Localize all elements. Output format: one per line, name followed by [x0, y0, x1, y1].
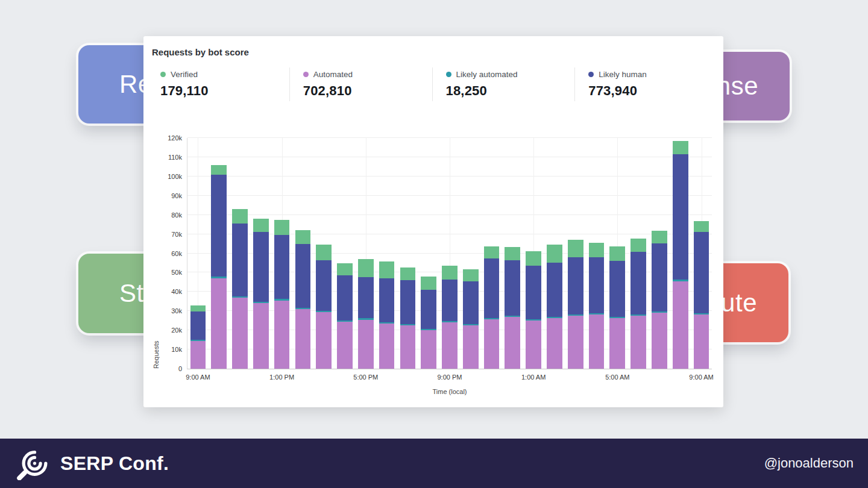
bar-segment-automated	[316, 312, 332, 369]
stacked-bar	[694, 138, 709, 369]
bar-segment-likely-human	[652, 243, 667, 311]
legend-label: Automated	[313, 70, 353, 79]
y-tick-label: 100k	[168, 173, 182, 180]
bar-segment-verified	[652, 231, 667, 243]
bar-segment-likely-human	[589, 257, 605, 313]
stacked-bar	[652, 138, 667, 369]
legend-item-verified[interactable]: Verified 179,110	[149, 67, 289, 101]
brand-text: SERP Conf.	[60, 452, 169, 475]
x-tick-label: 9:00 PM	[437, 374, 462, 381]
bar-segment-likely-human	[337, 275, 353, 320]
legend-value: 179,110	[160, 83, 289, 99]
bar-segment-automated	[505, 317, 520, 369]
bar-segment-likely-human	[379, 278, 395, 322]
bar-slot	[460, 138, 481, 369]
bar-segment-likely-human	[631, 252, 646, 314]
stacked-bar	[589, 138, 605, 369]
bar-segment-likely-human	[190, 311, 206, 340]
analytics-panel: Requests by bot score Verified 179,110 A…	[143, 36, 723, 407]
bar-segment-automated	[568, 316, 583, 369]
bar-segment-automated	[421, 330, 436, 369]
bar-segment-automated	[463, 325, 479, 369]
bar-segment-verified	[442, 266, 458, 280]
y-tick-label: 120k	[168, 134, 182, 142]
bar-slot	[335, 138, 356, 369]
bar-segment-automated	[526, 321, 541, 369]
legend-value: 702,810	[303, 83, 432, 99]
y-tick-label: 40k	[171, 288, 182, 295]
bar-segment-likely-human	[609, 261, 625, 317]
bar-segment-automated	[484, 319, 500, 369]
stacked-bar	[547, 138, 562, 369]
bar-slot	[544, 138, 565, 369]
plot-area: Requests Time (local) 010k20k30k40k50k60…	[187, 138, 712, 369]
x-tick-label: 1:00 PM	[269, 374, 294, 381]
stacked-bar	[673, 138, 688, 369]
bar-slot: 1:00 AM	[523, 138, 544, 369]
stacked-bar	[463, 138, 479, 369]
bar-segment-verified	[526, 251, 541, 266]
legend: Verified 179,110 Automated 702,810 Likel…	[149, 67, 717, 101]
bar-segment-likely-human	[295, 244, 311, 308]
deco-card-green-text: St	[78, 279, 144, 308]
bar-segment-automated	[190, 341, 206, 369]
stacked-bar	[631, 138, 646, 369]
stacked-bar	[358, 138, 374, 369]
stacked-bar	[190, 138, 206, 369]
likely-automated-dot-icon	[446, 72, 451, 77]
bar-segment-verified	[211, 165, 227, 175]
y-tick-label: 110k	[168, 154, 182, 161]
y-axis-title: Requests	[153, 138, 160, 369]
bar-segment-verified	[568, 240, 583, 257]
bar-segment-verified	[274, 220, 290, 236]
legend-item-likely-human[interactable]: Likely human 773,940	[574, 67, 717, 101]
bar-segment-likely-human	[400, 280, 416, 324]
legend-value: 18,250	[446, 83, 575, 99]
bar-segment-verified	[232, 209, 248, 224]
stacked-bar	[568, 138, 583, 369]
bar-segment-likely-human	[316, 260, 332, 311]
bar-segment-likely-human	[274, 235, 290, 299]
y-tick-label: 60k	[171, 250, 182, 257]
verified-dot-icon	[160, 72, 166, 77]
stacked-bar	[442, 138, 458, 369]
bar-segment-likely-human	[505, 260, 520, 316]
bar-segment-likely-human	[442, 280, 458, 322]
bar-segment-likely-human	[463, 281, 479, 324]
bar-segment-verified	[253, 219, 269, 232]
legend-value: 773,940	[588, 83, 717, 99]
y-tick-label: 0	[178, 365, 182, 372]
legend-item-likely-automated[interactable]: Likely automated 18,250	[432, 67, 575, 101]
automated-dot-icon	[303, 72, 309, 77]
bar-segment-verified	[400, 267, 416, 280]
stacked-bar	[609, 138, 625, 369]
stacked-bar	[505, 138, 520, 369]
bar-segment-verified	[484, 246, 500, 258]
bar-slot	[649, 138, 670, 369]
bars-container: 9:00 AM1:00 PM5:00 PM9:00 PM1:00 AM5:00 …	[187, 138, 712, 369]
social-handle: @jonoalderson	[764, 455, 854, 471]
bar-segment-automated	[652, 313, 667, 369]
serp-conf-logo-icon	[16, 446, 49, 480]
x-axis-title: Time (local)	[187, 388, 712, 395]
bar-slot	[313, 138, 335, 369]
stacked-bar	[526, 138, 541, 369]
bar-slot	[397, 138, 418, 369]
bar-segment-automated	[232, 298, 248, 369]
likely-human-dot-icon	[588, 72, 594, 77]
bar-slot: 9:00 AM	[187, 138, 209, 369]
y-tick-label: 70k	[171, 231, 182, 238]
y-tick-label: 20k	[171, 327, 182, 334]
bar-slot: 9:00 AM	[691, 138, 712, 369]
bar-slot	[209, 138, 230, 369]
bar-segment-automated	[274, 301, 290, 369]
stacked-bar	[400, 138, 416, 369]
y-tick-label: 10k	[171, 346, 182, 353]
legend-item-automated[interactable]: Automated 702,810	[289, 67, 432, 101]
bar-slot	[292, 138, 313, 369]
bar-segment-verified	[631, 239, 646, 252]
bar-segment-automated	[379, 324, 395, 369]
bar-slot	[250, 138, 271, 369]
bar-segment-verified	[589, 243, 605, 257]
deco-card-purple-text: nse	[717, 72, 790, 101]
